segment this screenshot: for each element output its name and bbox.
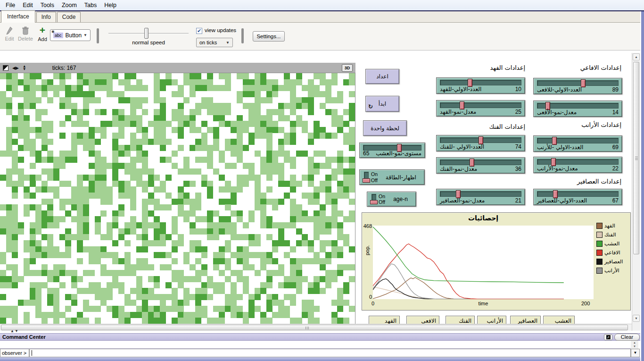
statistics-plot: إحصائيات 468 pop. 0 0 time 200 الفهد الف… <box>362 212 631 311</box>
view-header: ◀▶ ▲▼ ticks: 167 3D <box>0 63 355 73</box>
widget-type-dropdown[interactable]: ✱abc Button ▼ <box>50 29 91 41</box>
interface-toolbar: Edit Delete + Add ✱abc Button ▼ normal s… <box>0 23 644 50</box>
fennec-growth-slider[interactable]: معدل-نمو-الفنك36 <box>436 157 525 174</box>
tab-info[interactable]: Info <box>36 12 56 22</box>
slider-value: 74 <box>515 143 521 150</box>
show-energy-switch[interactable]: On Off اظهار-الطاقة <box>359 169 425 185</box>
cheetah-swatch-icon <box>596 223 603 229</box>
slider-value: 36 <box>515 166 521 172</box>
y-axis-max: 468 <box>362 223 372 229</box>
chevron-down-icon: ▼ <box>226 41 230 45</box>
snakes-swatch-icon <box>596 250 603 256</box>
slider-track[interactable] <box>440 160 521 165</box>
button-widget-icon: ✱abc <box>53 33 63 38</box>
plot-svg <box>373 226 594 299</box>
horizontal-arrows-icon[interactable]: ◀▶ <box>12 66 19 70</box>
y-axis-label: pop. <box>364 245 370 255</box>
scroll-down-icon[interactable]: ▼ <box>631 344 638 348</box>
vertical-scrollbar-thumb[interactable] <box>633 62 639 254</box>
pencil-icon <box>6 26 13 35</box>
ticks-counter: ticks: 167 <box>52 65 76 71</box>
cheetah-growth-slider[interactable]: معدل-نمو-الفهد25 <box>436 100 525 117</box>
history-dropdown-icon[interactable]: ▼ <box>631 349 640 357</box>
initial-cheetah-slider[interactable]: العدد-الاولي-للفهد10 <box>436 77 525 94</box>
scroll-up-icon[interactable]: ▲ <box>631 341 638 344</box>
tab-code[interactable]: Code <box>57 12 81 22</box>
snakes-growth-slider[interactable]: معدل-نمو-الأفعى14 <box>533 101 622 117</box>
one-step-button[interactable]: لحظة واحدة <box>363 120 407 136</box>
grass-growth-slider[interactable]: مستوى-نمو-العشب65 <box>359 143 425 158</box>
command-input[interactable] <box>29 349 631 357</box>
command-center-title: Command Center <box>2 334 46 340</box>
update-mode-dropdown[interactable]: on ticks ▼ <box>196 38 233 47</box>
command-input-row: observer > ▼ <box>0 349 641 357</box>
command-center-splitter[interactable]: ▲▼ <box>10 329 19 333</box>
export-button[interactable]: ↗ <box>604 334 612 340</box>
slider-value: 22 <box>612 165 619 172</box>
slider-track[interactable] <box>537 159 619 165</box>
view-resize-icon[interactable] <box>3 65 8 71</box>
slider-value: 14 <box>612 109 619 116</box>
menu-edit[interactable]: Edit <box>19 1 37 9</box>
rabbits-growth-slider[interactable]: معدل-نمو-الأرانب22 <box>533 157 622 173</box>
switch-handle[interactable] <box>363 178 370 183</box>
horizontal-scrollbar[interactable] <box>0 324 632 331</box>
menu-help[interactable]: Help <box>100 1 120 9</box>
vertical-scrollbar[interactable]: ▲ ▼ <box>632 53 640 331</box>
menu-file[interactable]: File <box>2 1 19 9</box>
horizontal-scrollbar-thumb[interactable] <box>1 325 628 330</box>
three-d-button[interactable]: 3D <box>342 64 353 72</box>
slider-track[interactable] <box>440 102 521 108</box>
vertical-arrows-icon[interactable]: ▲▼ <box>23 65 26 71</box>
initial-snakes-slider[interactable]: العدد-الاولي-للافعى89 <box>533 78 622 94</box>
slider-track[interactable] <box>537 191 619 197</box>
switch-on-label: On <box>379 193 385 199</box>
switch-off-label: Off <box>371 177 378 183</box>
rabbits-settings-header: إعدادات الأرانب <box>581 121 621 128</box>
settings-button[interactable]: Settings... <box>253 31 285 42</box>
world-canvas[interactable] <box>0 73 355 324</box>
export-arrow-icon: ↗ <box>606 335 611 339</box>
setup-button[interactable]: اعداد <box>365 69 399 84</box>
delete-tool-button[interactable]: Delete <box>17 26 34 42</box>
switch-handle[interactable] <box>370 200 378 204</box>
update-mode-value: on ticks <box>199 40 217 45</box>
observer-prompt: observer > <box>0 349 29 357</box>
legend-item: الفهد <box>596 221 629 230</box>
scrollbar-grip-icon <box>635 157 638 160</box>
command-output <box>0 341 631 349</box>
clear-button[interactable]: Clear <box>614 334 640 341</box>
initial-fennec-slider[interactable]: العدد-الاولي -للفنك74 <box>436 135 525 151</box>
slider-value: 65 <box>363 150 369 157</box>
plot-canvas <box>373 226 594 299</box>
initial-birds-slider[interactable]: العدد-الاولي-للعصافير67 <box>533 189 622 205</box>
slider-track[interactable] <box>537 80 619 86</box>
monitor-label: الفنك <box>448 318 471 324</box>
slider-track[interactable] <box>537 103 619 109</box>
birds-growth-slider[interactable]: معدل-نمو-العصافير21 <box>436 189 525 205</box>
view-updates-checkbox[interactable]: ✔ <box>196 28 202 34</box>
initial-rabbits-slider[interactable]: العدد-الاولي -للأرنب69 <box>533 135 622 152</box>
slider-track[interactable] <box>440 137 521 143</box>
slider-track[interactable] <box>440 191 521 197</box>
slider-label: العدد-الاولي-للعصافير <box>537 197 587 204</box>
cheetah-settings-header: إعدادات الفهد <box>490 64 525 71</box>
age-n-switch[interactable]: On Off age-n <box>367 192 416 207</box>
slider-track[interactable] <box>537 138 619 143</box>
legend-item: العشب <box>596 239 629 248</box>
tab-interface[interactable]: Interface <box>1 10 35 23</box>
scroll-down-icon[interactable]: ▼ <box>633 315 640 322</box>
menu-zoom[interactable]: Zoom <box>58 1 81 9</box>
speed-slider-thumb[interactable] <box>144 28 149 39</box>
scroll-up-icon[interactable]: ▲ <box>633 53 640 60</box>
speed-slider-track[interactable] <box>108 33 189 34</box>
menu-tools[interactable]: Tools <box>37 1 58 9</box>
slider-track[interactable] <box>440 80 521 85</box>
edit-tool-button[interactable]: Edit <box>3 26 16 42</box>
output-scrollbar[interactable]: ▲ ▼ <box>631 341 638 349</box>
go-button[interactable]: ↻ ابدأ <box>365 96 399 112</box>
monitor-label: الافعى <box>409 318 436 324</box>
slider-value: 89 <box>612 86 619 93</box>
add-tool-button[interactable]: + Add <box>36 26 49 42</box>
menu-tabs[interactable]: Tabs <box>81 1 100 9</box>
